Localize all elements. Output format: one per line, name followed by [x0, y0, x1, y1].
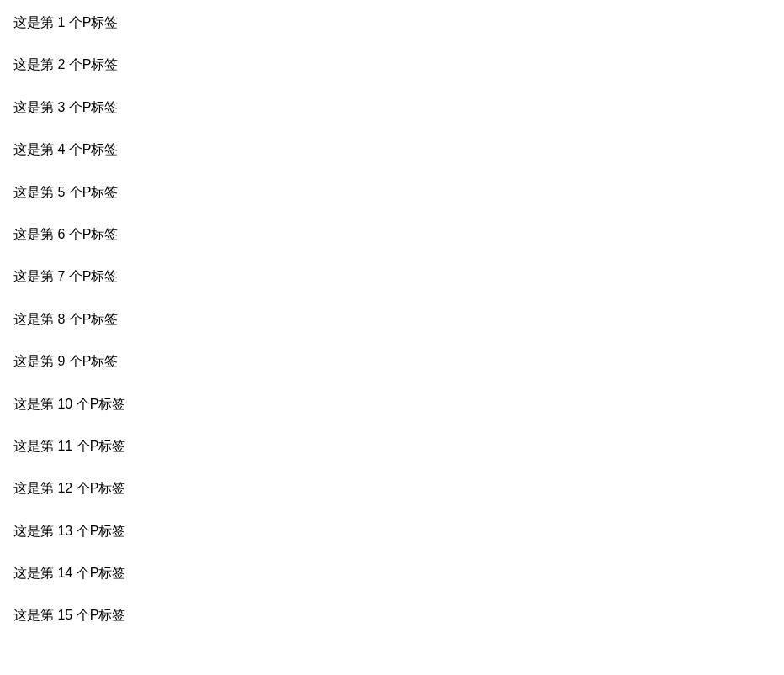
paragraph-1: 这是第 1 个P标签 [13, 13, 771, 32]
paragraph-13: 这是第 13 个P标签 [13, 522, 771, 541]
paragraph-12: 这是第 12 个P标签 [13, 479, 771, 498]
paragraph-8: 这是第 8 个P标签 [13, 310, 771, 329]
paragraph-15: 这是第 15 个P标签 [13, 606, 771, 625]
paragraph-10: 这是第 10 个P标签 [13, 395, 771, 414]
paragraph-4: 这是第 4 个P标签 [13, 140, 771, 159]
paragraph-5: 这是第 5 个P标签 [13, 183, 771, 202]
paragraph-11: 这是第 11 个P标签 [13, 437, 771, 456]
paragraph-6: 这是第 6 个P标签 [13, 225, 771, 244]
paragraph-2: 这是第 2 个P标签 [13, 55, 771, 74]
paragraph-14: 这是第 14 个P标签 [13, 564, 771, 583]
paragraph-7: 这是第 7 个P标签 [13, 267, 771, 286]
paragraph-3: 这是第 3 个P标签 [13, 98, 771, 117]
paragraph-9: 这是第 9 个P标签 [13, 352, 771, 371]
